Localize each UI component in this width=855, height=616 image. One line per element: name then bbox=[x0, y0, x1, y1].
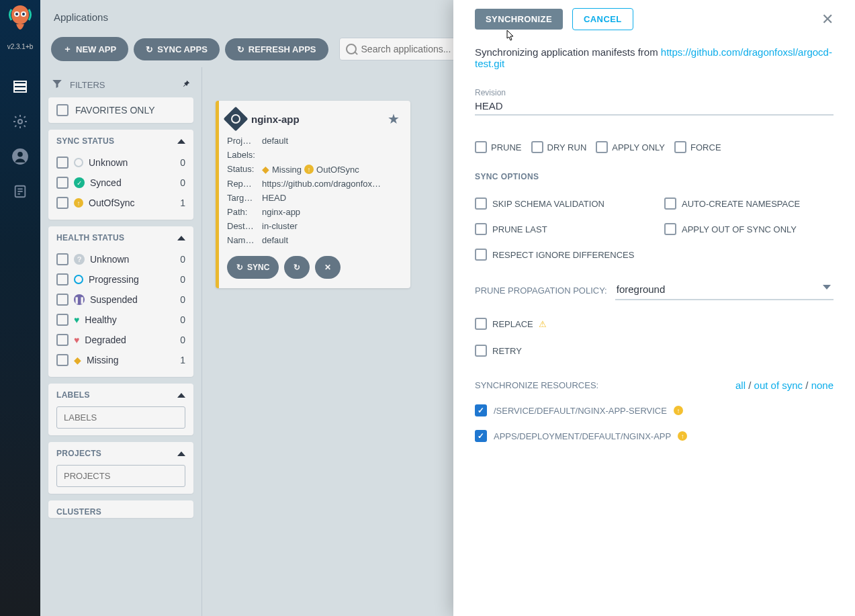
auto-ns-checkbox[interactable]: AUTO-CREATE NAMESPACE bbox=[664, 193, 834, 214]
prune-checkbox[interactable]: PRUNE bbox=[475, 141, 522, 153]
retry-checkbox[interactable]: RETRY bbox=[475, 341, 834, 361]
respect-ignore-checkbox[interactable]: RESPECT IGNORE DIFFERENCES bbox=[475, 245, 644, 265]
select-oos-link[interactable]: out of sync bbox=[754, 380, 803, 391]
resource-row[interactable]: ✓/SERVICE/DEFAULT/NGINX-APP-SERVICE↑ bbox=[475, 404, 834, 416]
sync-resources-label: SYNCHRONIZE RESOURCES: bbox=[475, 380, 598, 390]
cancel-button[interactable]: CANCEL bbox=[572, 8, 633, 30]
checked-icon[interactable]: ✓ bbox=[475, 404, 487, 416]
ppp-label: PRUNE PROPAGATION POLICY: bbox=[475, 285, 607, 296]
warning-icon: ⚠ bbox=[539, 319, 547, 329]
dryrun-checkbox[interactable]: DRY RUN bbox=[531, 141, 587, 153]
replace-checkbox[interactable]: REPLACE ⚠ bbox=[475, 314, 834, 334]
synchronize-button[interactable]: SYNCHRONIZE bbox=[475, 9, 563, 30]
applyonly-checkbox[interactable]: APPLY ONLY bbox=[596, 141, 665, 153]
sync-options-title: SYNC OPTIONS bbox=[475, 172, 834, 181]
revision-input[interactable]: HEAD bbox=[475, 97, 834, 116]
panel-description: Synchronizing application manifests from… bbox=[475, 46, 834, 69]
revision-label: Revision bbox=[475, 88, 834, 97]
outofsync-icon: ↑ bbox=[678, 431, 687, 441]
force-checkbox[interactable]: FORCE bbox=[674, 141, 721, 153]
checked-icon[interactable]: ✓ bbox=[475, 430, 487, 442]
select-none-link[interactable]: none bbox=[811, 380, 834, 391]
prune-last-checkbox[interactable]: PRUNE LAST bbox=[475, 219, 644, 239]
chevron-down-icon bbox=[823, 285, 831, 290]
outofsync-icon: ↑ bbox=[674, 406, 683, 415]
sync-panel: SYNCHRONIZE CANCEL ✕ Synchronizing appli… bbox=[453, 0, 855, 616]
skip-schema-checkbox[interactable]: SKIP SCHEMA VALIDATION bbox=[475, 193, 644, 214]
ppp-select[interactable]: foreground bbox=[615, 281, 834, 300]
apply-oos-checkbox[interactable]: APPLY OUT OF SYNC ONLY bbox=[664, 219, 834, 239]
resource-row[interactable]: ✓APPS/DEPLOYMENT/DEFAULT/NGINX-APP↑ bbox=[475, 430, 834, 442]
sync-flags: PRUNE DRY RUN APPLY ONLY FORCE bbox=[475, 141, 834, 153]
select-all-link[interactable]: all bbox=[735, 380, 746, 391]
close-icon[interactable]: ✕ bbox=[821, 11, 834, 28]
